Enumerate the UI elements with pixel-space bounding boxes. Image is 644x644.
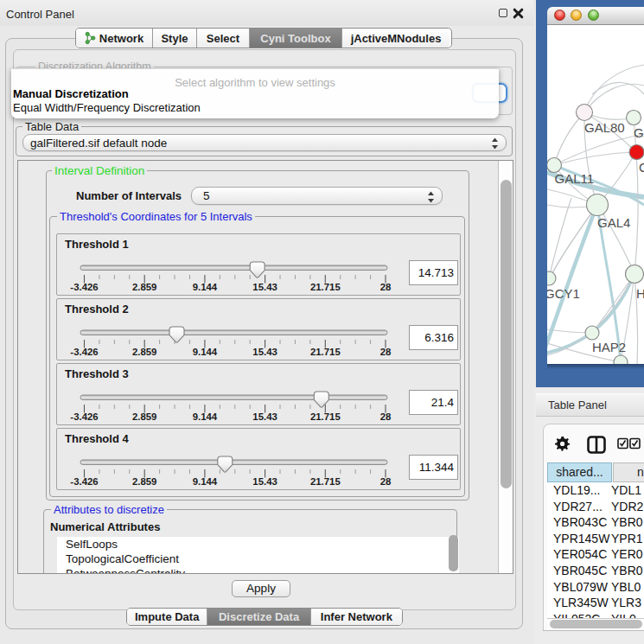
svg-text:15.43: 15.43	[252, 476, 277, 487]
svg-text:21.715: 21.715	[310, 282, 341, 292]
svg-text:9.144: 9.144	[193, 347, 218, 357]
svg-text:15.43: 15.43	[252, 282, 277, 292]
svg-text:C: C	[639, 160, 644, 175]
svg-text:GA: GA	[634, 125, 644, 140]
svg-text:2.859: 2.859	[132, 476, 157, 487]
svg-text:28: 28	[380, 411, 392, 422]
svg-text:GCY1: GCY1	[547, 286, 580, 301]
svg-text:H: H	[636, 286, 644, 301]
svg-text:2.859: 2.859	[132, 347, 157, 357]
svg-text:-3.426: -3.426	[70, 476, 98, 487]
svg-text:21.715: 21.715	[310, 347, 341, 357]
svg-text:-3.426: -3.426	[70, 282, 98, 292]
svg-text:GAL11: GAL11	[555, 171, 595, 186]
svg-text:GAL80: GAL80	[584, 120, 625, 135]
svg-text:21.715: 21.715	[310, 476, 341, 487]
svg-text:2.859: 2.859	[132, 282, 157, 292]
svg-text:28: 28	[380, 282, 392, 292]
svg-text:28: 28	[380, 347, 392, 357]
svg-text:21.715: 21.715	[310, 411, 341, 422]
svg-text:2.859: 2.859	[132, 411, 157, 422]
svg-text:9.144: 9.144	[193, 411, 218, 422]
svg-text:9.144: 9.144	[193, 282, 218, 292]
svg-text:9.144: 9.144	[193, 476, 218, 487]
svg-text:GAL4: GAL4	[597, 215, 630, 230]
svg-text:15.43: 15.43	[252, 347, 277, 357]
svg-text:28: 28	[380, 476, 392, 487]
svg-text:-3.426: -3.426	[70, 347, 98, 357]
svg-text:-3.426: -3.426	[70, 411, 98, 422]
svg-text:15.43: 15.43	[252, 411, 277, 422]
svg-text:HAP2: HAP2	[592, 340, 626, 354]
